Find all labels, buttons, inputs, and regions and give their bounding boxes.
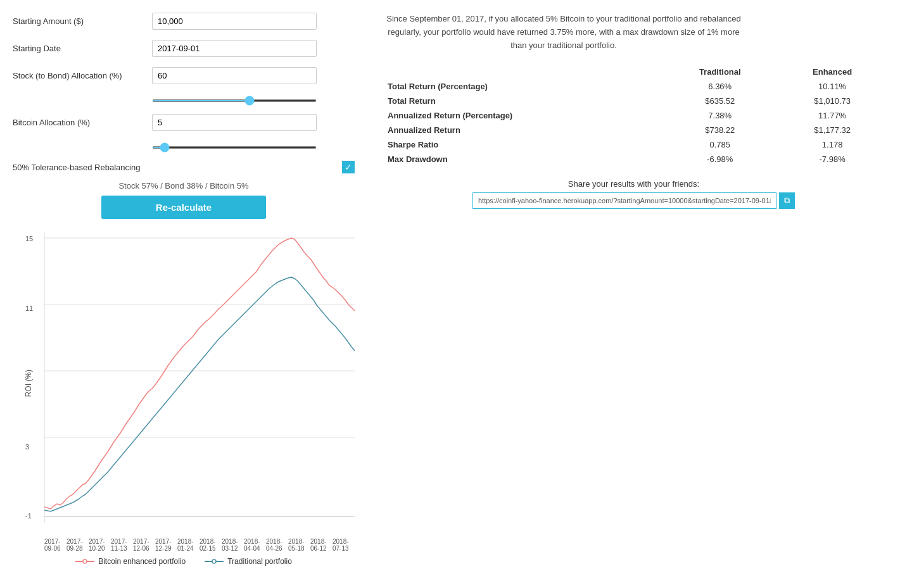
rebalancing-label: 50% Tolerance-based Rebalancing [13, 163, 342, 172]
stats-label-4: Sharpe Ratio [380, 137, 662, 152]
x-axis-labels: 2017-09-06 2017-09-28 2017-10-20 2017-11… [13, 538, 355, 552]
starting-date-row: Starting Date [13, 40, 355, 57]
bitcoin-allocation-slider[interactable] [152, 146, 317, 149]
y-tick-3: 3 [25, 443, 33, 451]
stats-traditional-4: 0.785 [662, 137, 777, 152]
stock-allocation-label: Stock (to Bond) Allocation (%) [13, 71, 152, 80]
x-label-2: 2017-10-20 [89, 538, 111, 552]
legend-bitcoin-icon [75, 558, 94, 565]
x-label-12: 2018-06-12 [310, 538, 333, 552]
x-label-11: 2018-05-18 [288, 538, 310, 552]
stats-row-4: Sharpe Ratio 0.785 1.178 [380, 137, 887, 152]
stats-label-1: Total Return [380, 94, 662, 108]
stats-traditional-1: $635.52 [662, 94, 777, 108]
legend-bitcoin: Bitcoin enhanced portfolio [75, 557, 186, 566]
x-label-8: 2018-03-12 [222, 538, 244, 552]
rebalancing-checkbox[interactable]: ✓ [342, 161, 355, 173]
copy-button[interactable]: ⧉ [779, 192, 795, 209]
x-label-9: 2018-04-04 [244, 538, 266, 552]
x-label-3: 2017-11-13 [111, 538, 133, 552]
starting-date-label: Starting Date [13, 44, 152, 53]
stats-header-empty [380, 65, 662, 79]
svg-point-10 [212, 560, 216, 563]
stats-header-enhanced: Enhanced [777, 65, 887, 79]
stats-label-2: Annualized Return (Percentage) [380, 108, 662, 123]
share-input-row: ⧉ [380, 192, 887, 209]
right-panel: Since September 01, 2017, if you allocat… [380, 13, 887, 566]
stats-label-0: Total Return (Percentage) [380, 79, 662, 94]
legend-traditional-label: Traditional portfolio [227, 557, 292, 566]
stats-traditional-3: $738.22 [662, 123, 777, 137]
stats-enhanced-4: 1.178 [777, 137, 887, 152]
stock-allocation-input[interactable] [152, 67, 317, 84]
legend-bitcoin-label: Bitcoin enhanced portfolio [98, 557, 186, 566]
share-url-input[interactable] [472, 192, 776, 209]
bitcoin-slider-row [13, 141, 355, 151]
share-label: Share your results with your friends: [380, 179, 887, 189]
stats-traditional-0: 6.36% [662, 79, 777, 94]
stats-label-3: Annualized Return [380, 123, 662, 137]
share-section: Share your results with your friends: ⧉ [380, 179, 887, 209]
stats-enhanced-5: -7.98% [777, 152, 887, 166]
stats-row-3: Annualized Return $738.22 $1,177.32 [380, 123, 887, 137]
bitcoin-allocation-row: Bitcoin Allocation (%) [13, 114, 355, 131]
stats-row-1: Total Return $635.52 $1,010.73 [380, 94, 887, 108]
stats-header-traditional: Traditional [662, 65, 777, 79]
x-label-1: 2017-09-28 [67, 538, 89, 552]
rebalancing-row: 50% Tolerance-based Rebalancing ✓ [13, 161, 355, 173]
stats-enhanced-1: $1,010.73 [777, 94, 887, 108]
stock-allocation-row: Stock (to Bond) Allocation (%) [13, 67, 355, 84]
x-label-5: 2017-12-29 [155, 538, 177, 552]
legend-traditional: Traditional portfolio [205, 557, 292, 566]
stats-row-5: Max Drawdown -6.98% -7.98% [380, 152, 887, 166]
y-tick-11: 11 [25, 304, 33, 312]
x-label-6: 2018-01-24 [177, 538, 200, 552]
stock-slider-row [13, 94, 355, 104]
starting-amount-input[interactable] [152, 13, 317, 30]
legend-traditional-icon [205, 558, 224, 565]
recalculate-button[interactable]: Re-calculate [101, 196, 266, 219]
stats-label-5: Max Drawdown [380, 152, 662, 166]
left-panel: Starting Amount ($) Starting Date Stock … [13, 13, 355, 566]
starting-amount-row: Starting Amount ($) [13, 13, 355, 30]
y-tick-7: 7 [25, 373, 33, 381]
stats-traditional-2: 7.38% [662, 108, 777, 123]
bitcoin-allocation-label: Bitcoin Allocation (%) [13, 118, 152, 127]
starting-date-input[interactable] [152, 40, 317, 57]
stats-table: Traditional Enhanced Total Return (Perce… [380, 65, 887, 166]
starting-amount-label: Starting Amount ($) [13, 16, 152, 26]
y-tick-neg1: -1 [25, 512, 33, 520]
chart-legend: Bitcoin enhanced portfolio Traditional p… [13, 557, 355, 566]
chart-wrapper: ROI (%) 15 11 7 3 -1 [13, 232, 355, 566]
stock-allocation-slider[interactable] [152, 99, 317, 102]
x-label-10: 2018-04-26 [266, 538, 288, 552]
stats-enhanced-0: 10.11% [777, 79, 887, 94]
stats-row-2: Annualized Return (Percentage) 7.38% 11.… [380, 108, 887, 123]
x-label-0: 2017-09-06 [44, 538, 67, 552]
stats-enhanced-3: $1,177.32 [777, 123, 887, 137]
x-label-4: 2017-12-06 [133, 538, 155, 552]
bitcoin-allocation-input[interactable] [152, 114, 317, 131]
stats-row-0: Total Return (Percentage) 6.36% 10.11% [380, 79, 887, 94]
x-label-13: 2018-07-13 [333, 538, 355, 552]
svg-point-8 [83, 560, 87, 563]
stats-traditional-5: -6.98% [662, 152, 777, 166]
allocation-text: Stock 57% / Bond 38% / Bitcoin 5% [13, 181, 355, 191]
y-tick-15: 15 [25, 235, 33, 242]
x-label-7: 2018-02-15 [200, 538, 222, 552]
chart-svg [44, 232, 355, 523]
summary-text: Since September 01, 2017, if you allocat… [380, 13, 747, 52]
stats-enhanced-2: 11.77% [777, 108, 887, 123]
